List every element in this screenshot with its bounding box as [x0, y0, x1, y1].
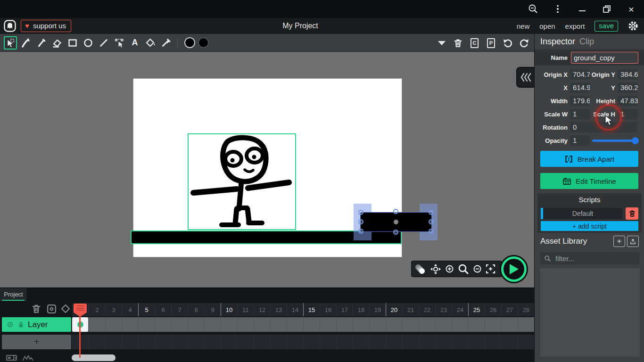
handle-top-left[interactable] — [358, 210, 363, 215]
playhead[interactable] — [74, 304, 87, 317]
layer-frame-cell-25[interactable] — [468, 317, 485, 332]
save-button[interactable]: save — [594, 21, 618, 32]
support-us-button[interactable]: ♥ support us — [21, 20, 71, 32]
layer-frame-cell-14[interactable] — [287, 317, 303, 332]
eyedropper-tool[interactable] — [159, 36, 173, 49]
frame-number-26[interactable]: 26 — [485, 303, 501, 316]
layer-frame-cell-11[interactable] — [237, 317, 254, 332]
frame-number-7[interactable]: 7 — [171, 303, 188, 316]
origin-y-field[interactable]: 384.6 — [618, 69, 638, 80]
layer-frame-cell-23[interactable] — [435, 317, 452, 332]
empty-frame-cell-2[interactable] — [89, 335, 105, 349]
add-script-button[interactable]: + add script — [541, 221, 638, 231]
handle-bottom-right[interactable] — [429, 229, 434, 234]
layer-frame-cell-27[interactable] — [501, 317, 518, 332]
frame-number-23[interactable]: 23 — [435, 303, 452, 316]
frame-number-9[interactable]: 9 — [204, 303, 221, 316]
frame-number-18[interactable]: 18 — [353, 303, 369, 316]
layer-frame-cell-26[interactable] — [485, 317, 501, 332]
height-field[interactable]: 47.83 — [618, 96, 638, 106]
layer-frame-cell-22[interactable] — [419, 317, 435, 332]
timeline-scrollbar[interactable] — [72, 354, 116, 361]
frame-number-21[interactable]: 21 — [402, 303, 419, 316]
upload-asset-button[interactable] — [627, 236, 639, 247]
scale-h-field[interactable]: 1 — [618, 109, 638, 119]
new-button[interactable]: new — [517, 22, 530, 30]
stroke-color-swatch[interactable] — [198, 37, 209, 48]
frame-number-11[interactable]: 11 — [237, 303, 254, 316]
empty-frame-cell-10[interactable] — [221, 335, 237, 349]
layer-frame-cell-9[interactable] — [204, 317, 221, 332]
layer-frame-cell-28[interactable] — [518, 317, 534, 332]
empty-frame-cell-26[interactable] — [485, 335, 501, 349]
layer-frame-cell-20[interactable] — [386, 317, 402, 332]
frame-number-20[interactable]: 20 — [386, 303, 402, 316]
fill-color-swatch[interactable] — [184, 37, 195, 48]
undo-icon[interactable] — [502, 37, 513, 49]
empty-frame-cell-11[interactable] — [237, 335, 254, 349]
layer-frame-cell-13[interactable] — [270, 317, 287, 332]
brush-tool[interactable] — [19, 36, 33, 49]
layer-row[interactable]: Layer — [2, 317, 71, 332]
rotation-field[interactable]: 0 — [570, 122, 637, 132]
add-frame-icon[interactable] — [45, 303, 58, 315]
frame-number-16[interactable]: 16 — [320, 303, 336, 316]
handle-mid-left[interactable] — [358, 219, 363, 224]
empty-frame-cell-17[interactable] — [336, 335, 353, 349]
frame-number-10[interactable]: 10 — [221, 303, 237, 316]
zoom-fit-icon[interactable] — [486, 264, 495, 274]
export-button[interactable]: export — [565, 22, 585, 30]
frame-number-4[interactable]: 4 — [122, 303, 138, 316]
rectangle-tool[interactable] — [66, 36, 79, 49]
layer-frame-cell-17[interactable] — [336, 317, 353, 332]
empty-frame-cell-16[interactable] — [320, 335, 336, 349]
empty-frame-cell-27[interactable] — [501, 335, 518, 349]
zoom-out-icon[interactable] — [527, 3, 539, 15]
tab-project[interactable]: Project — [0, 288, 27, 301]
waveform-icon[interactable] — [22, 354, 34, 362]
handle-bottom-center[interactable] — [393, 230, 398, 235]
width-field[interactable]: 179.6 — [570, 96, 590, 106]
layer-frame-cell-2[interactable] — [89, 317, 105, 332]
settings-gear-icon[interactable] — [628, 21, 638, 31]
layer-frame-cell-4[interactable] — [122, 317, 138, 332]
frame-number-13[interactable]: 13 — [270, 303, 287, 316]
layer-frame-cell-6[interactable] — [155, 317, 171, 332]
layer-frame-cell-10[interactable] — [221, 317, 237, 332]
scale-w-field[interactable]: 1 — [570, 109, 590, 119]
frame-number-17[interactable]: 17 — [336, 303, 353, 316]
x-field[interactable]: 614.9 — [570, 82, 590, 93]
frame-number-3[interactable]: 3 — [105, 303, 122, 316]
empty-frame-cell-18[interactable] — [353, 335, 369, 349]
frame-number-6[interactable]: 6 — [155, 303, 171, 316]
opacity-slider-knob[interactable] — [632, 137, 639, 144]
fill-bucket-tool[interactable] — [144, 36, 157, 49]
layer-frame-cell-3[interactable] — [105, 317, 122, 332]
layer-frame-cell-16[interactable] — [320, 317, 336, 332]
handle-top-center[interactable] — [393, 209, 398, 214]
empty-frame-cell-25[interactable] — [468, 335, 485, 349]
opacity-field[interactable]: 1 — [570, 135, 590, 146]
empty-frame-cell-14[interactable] — [287, 335, 303, 349]
add-asset-button[interactable]: + — [613, 236, 625, 247]
frame-number-28[interactable]: 28 — [518, 303, 534, 316]
layer-lock-icon[interactable] — [17, 321, 25, 329]
empty-frame-cell-9[interactable] — [204, 335, 221, 349]
frame-number-14[interactable]: 14 — [287, 303, 303, 316]
add-layer-button[interactable]: + — [2, 335, 71, 349]
zoom-out-canvas-icon[interactable] — [473, 265, 481, 273]
break-apart-button[interactable]: Break Apart — [540, 151, 638, 167]
filter-input[interactable] — [554, 254, 630, 263]
layer-frame-cell-5[interactable] — [138, 317, 155, 332]
frame-number-8[interactable]: 8 — [188, 303, 204, 316]
edit-timeline-button[interactable]: Edit Timeline — [540, 173, 638, 189]
empty-frame-cell-28[interactable] — [518, 335, 534, 349]
stick-figure-selection[interactable] — [188, 133, 296, 230]
more-dropdown-icon[interactable] — [436, 37, 447, 49]
frame-number-5[interactable]: 5 — [138, 303, 155, 316]
layer-frame-cell-18[interactable] — [353, 317, 369, 332]
collapse-panel-button[interactable] — [516, 67, 534, 88]
layer-frame-cell-21[interactable] — [402, 317, 419, 332]
zoom-in-icon[interactable] — [446, 265, 454, 273]
pencil-tool[interactable] — [35, 36, 48, 49]
